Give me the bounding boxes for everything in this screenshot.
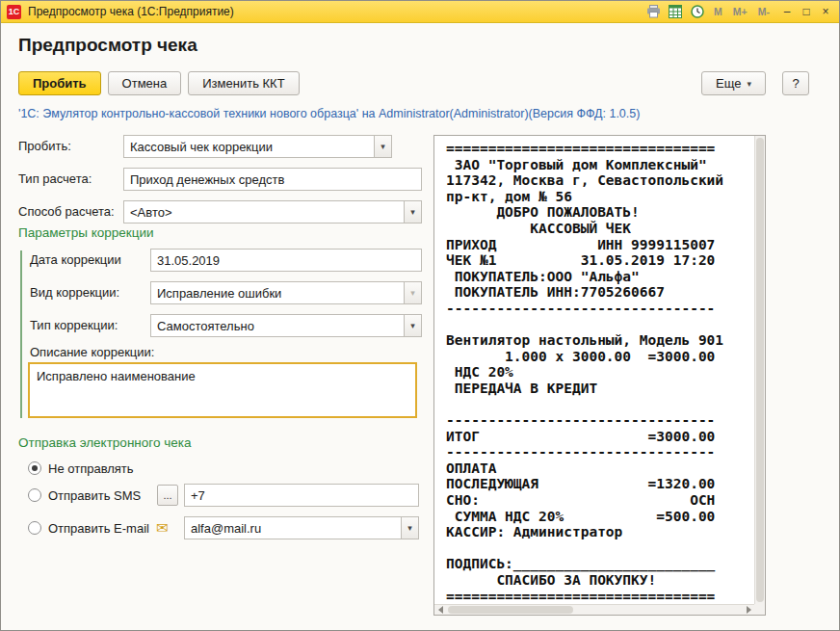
memory-m-button[interactable]: M xyxy=(712,6,724,17)
send-option-sms[interactable]: Отправить SMS xyxy=(28,484,141,507)
sms-phone-select-button[interactable]: ... xyxy=(157,485,178,506)
chevron-down-icon: ▾ xyxy=(410,207,415,217)
help-button[interactable]: ? xyxy=(782,71,809,95)
command-bar: Пробить Отмена Изменить ККТ Еще ▾ ? xyxy=(18,71,809,95)
left-arrow-icon xyxy=(438,606,443,614)
printer-icon[interactable] xyxy=(645,4,661,19)
right-arrow-icon xyxy=(747,606,751,614)
operation-field: ▾ xyxy=(123,135,392,158)
clock-icon[interactable] xyxy=(690,4,705,19)
more-button[interactable]: Еще ▾ xyxy=(701,71,766,95)
form-content: Предпросмотр чека Пробить Отмена Изменит… xyxy=(1,23,839,630)
calc-method-dropdown-button[interactable]: ▾ xyxy=(404,200,422,223)
1c-logo: 1С xyxy=(7,5,21,19)
correction-kind-field: ▾ xyxy=(150,281,422,304)
window-title: Предпросмотр чека (1С:Предприятие) xyxy=(28,5,234,18)
scrollbar-corner xyxy=(754,604,765,615)
operation-input[interactable] xyxy=(123,135,374,158)
correction-kind-input[interactable] xyxy=(150,281,404,304)
horizontal-scrollbar[interactable] xyxy=(434,604,754,615)
email-input[interactable] xyxy=(184,516,401,539)
correction-type-label: Тип коррекции: xyxy=(30,314,118,337)
send-option-none[interactable]: Не отправлять xyxy=(28,457,134,480)
radio-icon[interactable] xyxy=(28,461,41,475)
title-bar[interactable]: 1С Предпросмотр чека (1С:Предприятие) xyxy=(1,1,839,23)
correction-kind-dropdown-button[interactable]: ▾ xyxy=(404,281,422,304)
chevron-down-icon: ▾ xyxy=(747,79,751,89)
send-option-none-label: Не отправлять xyxy=(48,461,134,476)
vertical-scrollbar[interactable] xyxy=(754,136,765,604)
device-link[interactable]: '1С: Эмулятор контрольно-кассовой техник… xyxy=(18,107,640,120)
chevron-down-icon: ▾ xyxy=(407,523,412,533)
close-button[interactable]: × xyxy=(816,3,835,21)
receipt-preview-panel: ================================ ЗАО "То… xyxy=(433,135,766,616)
correction-description-label: Описание коррекции: xyxy=(30,343,154,362)
send-option-sms-label: Отправить SMS xyxy=(48,488,141,503)
horizontal-scroll-thumb[interactable] xyxy=(448,606,573,614)
calc-method-label: Способ расчета: xyxy=(18,200,115,223)
window-controls: – □ × xyxy=(777,3,839,21)
command-bar-right: Еще ▾ ? xyxy=(701,71,809,95)
more-button-label: Еще xyxy=(716,76,741,91)
operation-label: Пробить: xyxy=(18,135,71,158)
correction-date-input[interactable] xyxy=(150,249,422,272)
correction-kind-label: Вид коррекции: xyxy=(30,281,119,304)
correction-section-title: Параметры коррекции xyxy=(18,225,154,240)
operation-dropdown-button[interactable]: ▾ xyxy=(374,135,392,158)
email-dropdown-button[interactable]: ▾ xyxy=(401,516,419,539)
email-field: ▾ xyxy=(184,516,419,539)
correction-date-label: Дата коррекции xyxy=(30,249,121,272)
radio-icon[interactable] xyxy=(28,521,41,535)
calc-method-input[interactable] xyxy=(123,200,404,223)
correction-description-textarea[interactable]: Исправлено наименование xyxy=(28,362,417,418)
scroll-left-arrow[interactable] xyxy=(434,605,446,615)
calc-type-input[interactable] xyxy=(123,168,422,191)
sms-phone-input[interactable] xyxy=(184,484,419,507)
send-option-email-label: Отправить E-mail xyxy=(48,521,149,536)
commit-button[interactable]: Пробить xyxy=(18,71,101,95)
chevron-down-icon: ▾ xyxy=(410,321,415,330)
receipt-text: ================================ ЗАО "То… xyxy=(434,136,754,604)
titlebar-tools: M M+ M- xyxy=(645,4,777,19)
calendar-icon[interactable] xyxy=(668,4,683,19)
memory-m-plus-button[interactable]: M+ xyxy=(731,6,749,17)
correction-type-field: ▾ xyxy=(150,314,422,337)
scroll-right-arrow[interactable] xyxy=(743,605,754,615)
change-kkt-button[interactable]: Изменить ККТ xyxy=(188,71,299,95)
chevron-down-icon: ▾ xyxy=(381,142,385,151)
correction-type-dropdown-button[interactable]: ▾ xyxy=(404,314,422,337)
send-option-email[interactable]: Отправить E-mail xyxy=(28,516,149,539)
page-title: Предпросмотр чека xyxy=(18,35,197,56)
cancel-button[interactable]: Отмена xyxy=(108,71,182,95)
correction-group-line xyxy=(20,250,22,418)
correction-type-input[interactable] xyxy=(150,314,404,337)
maximize-button[interactable]: □ xyxy=(797,3,816,21)
minimize-button[interactable]: – xyxy=(777,3,797,21)
memory-m-minus-button[interactable]: M- xyxy=(756,6,772,17)
calc-method-field: ▾ xyxy=(123,200,422,223)
calc-type-label: Тип расчета: xyxy=(18,168,92,191)
vertical-scroll-thumb[interactable] xyxy=(756,138,764,602)
app-window: 1С Предпросмотр чека (1С:Предприятие) xyxy=(0,0,840,631)
radio-icon[interactable] xyxy=(28,488,41,502)
chevron-down-icon: ▾ xyxy=(410,288,415,298)
envelope-icon: ✉ xyxy=(156,518,169,538)
send-section-title: Отправка электронного чека xyxy=(18,435,191,450)
